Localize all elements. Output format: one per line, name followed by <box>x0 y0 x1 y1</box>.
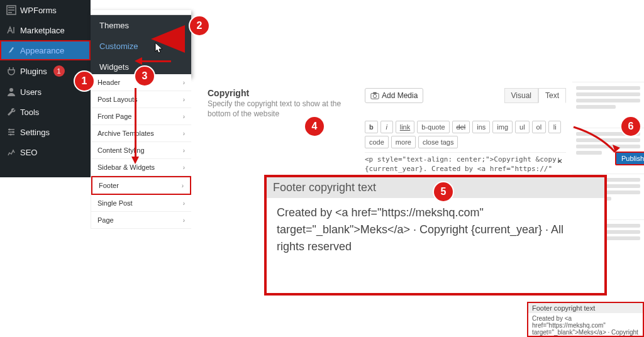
add-media-label: Add Media <box>382 91 418 100</box>
cursor-icon <box>155 42 164 53</box>
chevron-right-icon: › <box>183 147 185 154</box>
sidebar-item-label: Users <box>20 87 42 97</box>
tool-italic[interactable]: i <box>380 121 393 133</box>
wrench-icon <box>6 107 16 117</box>
step-badge-5: 5 <box>434 182 453 201</box>
customizer-row-frontpage[interactable]: Front Page› <box>91 108 191 125</box>
arrow-to-footer <box>135 88 136 157</box>
copyright-field-label-block: Copyright Specify the copyright text to … <box>208 88 346 119</box>
tool-code[interactable]: code <box>365 136 389 148</box>
row-label: Header <box>97 79 120 86</box>
editor-mode-tabs: Visual Text <box>504 88 566 103</box>
arrow-head-icon <box>131 157 139 164</box>
footer-copyright-body: Created by <a href="https://mekshq.com" … <box>277 204 594 255</box>
chevron-right-icon: › <box>183 79 185 86</box>
sidebar-item-marketplace[interactable]: Marketplace <box>0 20 91 40</box>
chevron-right-icon: › <box>183 217 185 224</box>
sidebar-item-label: Plugins <box>20 67 47 76</box>
step-badge-1: 1 <box>75 72 94 91</box>
tool-ul[interactable]: ul <box>515 121 530 133</box>
tool-li[interactable]: li <box>548 121 561 133</box>
sidebar-item-label: Appearance <box>20 46 64 55</box>
sidebar-item-label: SEO <box>20 148 37 157</box>
chevron-right-icon: › <box>183 164 185 171</box>
tool-ol[interactable]: ol <box>532 121 547 133</box>
sidebar-item-seo[interactable]: SEO <box>0 142 91 162</box>
user-icon <box>6 87 16 97</box>
sidebar-item-label: Marketplace <box>20 26 65 35</box>
customizer-row-singlepost[interactable]: Single Post› <box>91 195 191 212</box>
tab-text[interactable]: Text <box>538 88 566 103</box>
wp-admin-sidebar: WPForms Marketplace Appearance Plugins 1… <box>0 0 91 177</box>
sidebar-item-appearance[interactable]: Appearance <box>0 40 91 60</box>
sliders-icon <box>6 127 16 137</box>
customizer-row-postlayout[interactable]: Post Layouts› <box>91 91 191 108</box>
row-label: Post Layouts <box>97 96 138 103</box>
tool-del[interactable]: del <box>452 121 470 133</box>
customizer-section-list: Header› Post Layouts› Front Page› Archiv… <box>91 74 191 229</box>
tab-visual[interactable]: Visual <box>504 88 538 103</box>
sidebar-item-label: WPForms <box>20 6 57 15</box>
footer-copyright-small-body: Created by <a href="https://mekshq.com" … <box>532 315 639 336</box>
svg-point-3 <box>13 131 14 133</box>
row-label: Page <box>97 216 114 224</box>
customizer-row-content[interactable]: Content Styling› <box>91 142 191 159</box>
marketplace-icon <box>6 25 16 35</box>
customizer-row-sidebar[interactable]: Sidebar & Widgets› <box>91 159 191 176</box>
flyout-topstrip <box>91 10 191 15</box>
tool-more[interactable]: more <box>391 136 416 148</box>
sidebar-item-settings[interactable]: Settings <box>0 122 91 142</box>
step-badge-2: 2 <box>190 16 209 35</box>
close-icon[interactable]: ✕ <box>557 155 562 167</box>
editor-toolbar: b i link b-quote del ins img ul ol li co… <box>365 121 566 148</box>
tool-bquote[interactable]: b-quote <box>417 121 449 133</box>
svg-point-6 <box>373 94 376 97</box>
arrow-head-icon <box>135 57 142 65</box>
chevron-right-icon: › <box>183 113 185 120</box>
sidebar-item-tools[interactable]: Tools <box>0 102 91 122</box>
row-label: Content Styling <box>97 146 145 154</box>
row-label: Sidebar & Widgets <box>97 163 155 171</box>
sidebar-item-label: Settings <box>20 128 50 137</box>
row-label: Single Post <box>97 199 133 207</box>
update-badge: 1 <box>53 65 65 77</box>
form-icon <box>6 5 16 15</box>
copyright-label: Copyright <box>208 88 346 98</box>
row-label: Footer <box>99 182 119 189</box>
step-badge-3: 3 <box>135 67 154 86</box>
brush-icon <box>6 45 16 55</box>
step-badge-6: 6 <box>621 117 640 136</box>
tool-close-tags[interactable]: close tags <box>418 136 458 148</box>
sidebar-item-wpforms[interactable]: WPForms <box>0 0 91 20</box>
camera-icon <box>370 91 379 100</box>
step-badge-4: 4 <box>305 117 324 136</box>
svg-rect-7 <box>373 92 376 94</box>
svg-point-1 <box>9 88 13 92</box>
svg-point-4 <box>10 134 12 136</box>
sidebar-item-label: Tools <box>20 108 39 117</box>
add-media-button[interactable]: Add Media <box>365 88 423 103</box>
row-label: Front Page <box>97 113 131 120</box>
footer-copyright-small-heading: Footer copyright text <box>528 303 643 313</box>
chevron-right-icon: › <box>183 96 185 103</box>
footer-copyright-small: Footer copyright text Created by <a href… <box>527 302 644 337</box>
plug-icon <box>6 66 16 76</box>
chevron-right-icon: › <box>182 182 184 189</box>
publish-label: Publish <box>621 155 644 162</box>
arrow-to-publish <box>571 124 621 157</box>
row-label: Archive Templates <box>97 130 154 137</box>
customizer-row-footer[interactable]: Footer› <box>91 176 191 195</box>
skeleton-block <box>572 82 644 116</box>
arrow-to-widgets <box>141 60 171 62</box>
customizer-row-page[interactable]: Page› <box>91 212 191 229</box>
copyright-help-text: Specify the copyright text to show at th… <box>208 99 346 119</box>
seo-icon <box>6 147 16 157</box>
svg-point-2 <box>9 129 11 131</box>
tool-link[interactable]: link <box>396 121 415 133</box>
customizer-row-archive[interactable]: Archive Templates› <box>91 125 191 142</box>
tool-ins[interactable]: ins <box>472 121 490 133</box>
tool-bold[interactable]: b <box>365 121 378 133</box>
chevron-right-icon: › <box>183 130 185 137</box>
tool-img[interactable]: img <box>492 121 513 133</box>
chevron-right-icon: › <box>183 200 185 207</box>
